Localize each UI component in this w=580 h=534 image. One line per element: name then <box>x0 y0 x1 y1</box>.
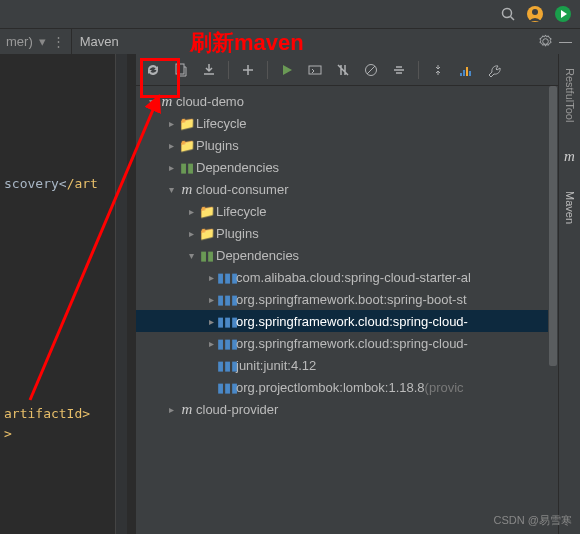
node-label: com.alibaba.cloud:spring-cloud-starter-a… <box>236 270 471 285</box>
tree-node-consumer-deps[interactable]: ▾▮▮Dependencies <box>136 244 558 266</box>
node-label: cloud-consumer <box>196 182 289 197</box>
node-label: org.springframework.cloud:spring-cloud- <box>236 314 468 329</box>
tree-node-dep-selected[interactable]: ▸▮▮▮org.springframework.cloud:spring-clo… <box>136 310 558 332</box>
node-label-scope: (provic <box>425 380 464 395</box>
execute-goal-button[interactable] <box>304 59 326 81</box>
svg-line-8 <box>367 66 375 74</box>
svg-rect-10 <box>463 70 465 76</box>
add-button[interactable] <box>237 59 259 81</box>
node-label: Plugins <box>216 226 259 241</box>
sidebar-tab-restful[interactable]: RestfulTool <box>564 62 576 128</box>
tree-node-dep[interactable]: ▮▮▮junit:junit:4.12 <box>136 354 558 376</box>
reload-button[interactable] <box>142 59 164 81</box>
editor-tab-label: mer) <box>6 34 33 49</box>
scrollbar-track[interactable] <box>548 86 558 534</box>
node-label: Dependencies <box>216 248 299 263</box>
avatar-icon[interactable] <box>526 5 544 23</box>
node-label: junit:junit:4.12 <box>236 358 316 373</box>
kebab-icon[interactable]: ⋮ <box>52 34 65 49</box>
tree-node-consumer-plugins[interactable]: ▸📁Plugins <box>136 222 558 244</box>
collapse-all-button[interactable] <box>427 59 449 81</box>
settings-button[interactable] <box>483 59 505 81</box>
code-tag: /art <box>67 176 98 191</box>
svg-rect-6 <box>309 66 321 74</box>
tree-node-dependencies[interactable]: ▸▮▮Dependencies <box>136 156 558 178</box>
show-dependencies-button[interactable] <box>388 59 410 81</box>
editor-area[interactable]: scovery</art artifactId> > <box>0 54 135 534</box>
svg-rect-9 <box>460 73 462 76</box>
scrollbar-thumb[interactable] <box>549 86 557 366</box>
svg-rect-12 <box>469 71 471 76</box>
svg-rect-11 <box>466 67 468 76</box>
gear-icon[interactable] <box>538 34 553 49</box>
node-label: Plugins <box>196 138 239 153</box>
node-label: org.springframework.cloud:spring-cloud- <box>236 336 468 351</box>
node-label: Lifecycle <box>216 204 267 219</box>
tree-node-provider[interactable]: ▸mcloud-provider <box>136 398 558 420</box>
run-button[interactable] <box>276 59 298 81</box>
right-sidebar: RestfulTool m Maven <box>558 54 580 534</box>
generate-sources-button[interactable] <box>170 59 192 81</box>
toggle-offline-button[interactable] <box>332 59 354 81</box>
editor-gutter <box>115 54 127 534</box>
tree-node-root[interactable]: ▾mcloud-demo <box>136 90 558 112</box>
node-label: org.projectlombok:lombok:1.18.8 <box>236 380 425 395</box>
skip-tests-button[interactable] <box>360 59 382 81</box>
tree-node-consumer-lifecycle[interactable]: ▸📁Lifecycle <box>136 200 558 222</box>
node-label: Dependencies <box>196 160 279 175</box>
node-label: org.springframework.boot:spring-boot-st <box>236 292 467 307</box>
editor-tab[interactable]: mer) ▾ ⋮ <box>0 29 72 54</box>
tree-node-dep[interactable]: ▸▮▮▮com.alibaba.cloud:spring-cloud-start… <box>136 266 558 288</box>
tree-node-dep[interactable]: ▮▮▮org.projectlombok:lombok:1.18.8 (prov… <box>136 376 558 398</box>
maven-m-icon: m <box>564 148 575 165</box>
svg-rect-5 <box>176 64 184 74</box>
download-button[interactable] <box>198 59 220 81</box>
svg-point-3 <box>532 9 538 15</box>
maven-title: Maven <box>80 34 119 49</box>
sidebar-tab-maven[interactable]: Maven <box>564 185 576 230</box>
code-text: scovery< <box>4 176 67 191</box>
tree-node-plugins[interactable]: ▸📁Plugins <box>136 134 558 156</box>
node-label: Lifecycle <box>196 116 247 131</box>
chevron-down-icon[interactable]: ▾ <box>39 34 46 49</box>
svg-point-0 <box>503 9 512 18</box>
ide-logo-icon <box>554 5 572 23</box>
watermark: CSDN @易雪寒 <box>494 513 572 528</box>
show-diagram-button[interactable] <box>455 59 477 81</box>
maven-tree[interactable]: ▾mcloud-demo ▸📁Lifecycle ▸📁Plugins ▸▮▮De… <box>136 86 558 534</box>
minimize-icon[interactable]: — <box>559 34 572 49</box>
svg-line-1 <box>511 17 515 21</box>
node-label: cloud-demo <box>176 94 244 109</box>
maven-panel: ▾mcloud-demo ▸📁Lifecycle ▸📁Plugins ▸▮▮De… <box>135 54 558 534</box>
tree-node-dep[interactable]: ▸▮▮▮org.springframework.cloud:spring-clo… <box>136 332 558 354</box>
tree-node-consumer[interactable]: ▾mcloud-consumer <box>136 178 558 200</box>
tree-node-lifecycle[interactable]: ▸📁Lifecycle <box>136 112 558 134</box>
tree-node-dep[interactable]: ▸▮▮▮org.springframework.boot:spring-boot… <box>136 288 558 310</box>
maven-panel-header: Maven — <box>72 29 580 54</box>
maven-toolbar <box>136 54 558 86</box>
node-label: cloud-provider <box>196 402 278 417</box>
search-icon[interactable] <box>500 6 516 22</box>
